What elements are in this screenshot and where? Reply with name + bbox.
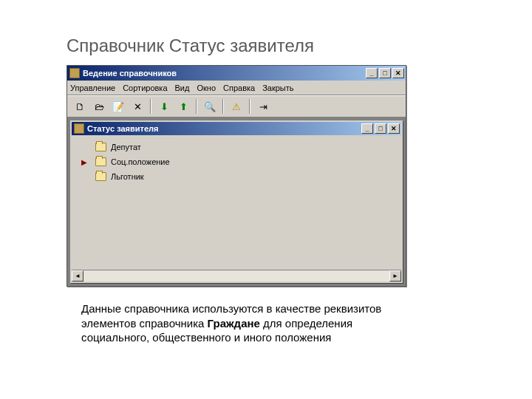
warning-icon[interactable]: ⚠	[228, 98, 245, 115]
child-window: Статус заявителя _ □ ✕ Депутат ▶ Соц.пол…	[70, 120, 403, 283]
folder-icon	[95, 157, 106, 166]
main-window: Ведение справочников _ □ ✕ Управление Со…	[66, 65, 406, 287]
scroll-track[interactable]	[83, 270, 389, 282]
menu-sort[interactable]: Сортировка	[123, 83, 167, 92]
folder-icon	[95, 172, 106, 181]
menu-window[interactable]: Окно	[197, 83, 216, 92]
toolbar-separator	[150, 99, 151, 114]
toolbar-separator	[196, 99, 197, 114]
list-item[interactable]: Льготник	[78, 169, 395, 184]
edit-icon[interactable]: 📝	[110, 98, 126, 115]
new-icon[interactable]: 🗋	[72, 98, 88, 115]
toolbar-separator	[249, 99, 250, 114]
folder-icon	[95, 143, 106, 151]
maximize-button[interactable]: □	[379, 68, 391, 78]
menu-bar: Управление Сортировка Вид Окно Справка З…	[67, 81, 406, 95]
menu-manage[interactable]: Управление	[70, 83, 115, 92]
menu-close[interactable]: Закрыть	[262, 83, 293, 92]
list-item-label: Соц.положение	[111, 157, 170, 166]
open-icon[interactable]: 🗁	[91, 98, 107, 115]
tree-list: Депутат ▶ Соц.положение Льготник	[72, 135, 401, 270]
delete-icon[interactable]: ✕	[129, 98, 146, 115]
app-icon	[69, 68, 80, 78]
main-title: Ведение справочников	[83, 69, 366, 78]
toolbar: 🗋 🗁 📝 ✕ ⬇ ⬆ 🔍 ⚠ ⇥	[67, 95, 406, 117]
current-row-marker-icon: ▶	[81, 158, 88, 166]
mdi-client-area: Статус заявителя _ □ ✕ Депутат ▶ Соц.пол…	[67, 117, 406, 286]
child-titlebar: Статус заявителя _ □ ✕	[72, 122, 401, 135]
child-title: Статус заявителя	[87, 124, 361, 133]
child-close-button[interactable]: ✕	[388, 123, 400, 134]
minimize-button[interactable]: _	[366, 68, 378, 78]
close-button[interactable]: ✕	[392, 68, 404, 78]
list-item[interactable]: Депутат	[78, 140, 395, 154]
horizontal-scrollbar[interactable]: ◄ ►	[72, 270, 401, 282]
exit-icon[interactable]: ⇥	[255, 98, 271, 115]
main-titlebar: Ведение справочников _ □ ✕	[67, 66, 406, 81]
list-item-label: Депутат	[111, 143, 141, 151]
slide-title: Справочник Статус заявителя	[66, 35, 314, 56]
child-minimize-button[interactable]: _	[361, 123, 373, 134]
up-icon[interactable]: ⬆	[175, 98, 191, 115]
child-maximize-button[interactable]: □	[375, 123, 386, 134]
child-window-icon	[74, 123, 84, 134]
scroll-right-icon[interactable]: ►	[389, 270, 401, 282]
list-item-label: Льготник	[111, 172, 144, 181]
toolbar-separator	[222, 99, 224, 114]
menu-help[interactable]: Справка	[223, 83, 255, 92]
scroll-left-icon[interactable]: ◄	[72, 270, 83, 282]
down-icon[interactable]: ⬇	[156, 98, 172, 115]
slide-caption: Данные справочника используются в качест…	[81, 301, 406, 345]
menu-view[interactable]: Вид	[175, 83, 190, 92]
binoculars-icon[interactable]: 🔍	[202, 98, 218, 115]
list-item[interactable]: ▶ Соц.положение	[78, 154, 395, 169]
caption-bold: Граждане	[208, 317, 260, 330]
